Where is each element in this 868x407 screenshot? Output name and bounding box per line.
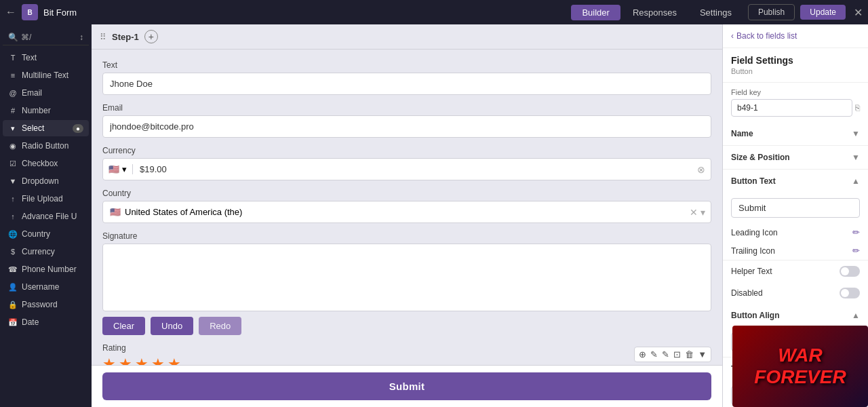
sidebar-item-email[interactable]: @ Email	[3, 85, 89, 101]
star-2[interactable]: ★	[119, 355, 132, 365]
name-section-header[interactable]: Name ▼	[723, 122, 868, 145]
submit-button[interactable]: Submit	[102, 372, 711, 400]
signature-clear-button[interactable]: Clear	[102, 317, 145, 335]
signature-undo-button[interactable]: Undo	[151, 317, 193, 335]
email-field-label: Email	[102, 103, 711, 113]
button-text-header[interactable]: Button Text ▲	[723, 170, 868, 193]
currency-amount-input[interactable]	[133, 159, 692, 180]
text-field-label: Text	[102, 60, 711, 70]
signature-field-group: Signature Clear Undo Redo	[102, 231, 711, 335]
trailing-icon-edit-button[interactable]: ✏	[852, 246, 860, 256]
close-icon[interactable]: ✕	[854, 6, 863, 19]
signature-redo-button[interactable]: Redo	[199, 317, 241, 335]
field-key-label: Field key	[731, 88, 860, 96]
update-button[interactable]: Update	[800, 5, 846, 20]
text-field-input[interactable]	[102, 73, 711, 95]
leading-icon-edit-button[interactable]: ✏	[852, 227, 860, 237]
sidebar-item-checkbox[interactable]: ☑ Checkbox	[3, 155, 89, 172]
sidebar-item-text[interactable]: T Text	[3, 50, 89, 66]
sidebar-item-radio[interactable]: ◉ Radio Button	[3, 138, 89, 154]
toolbar-edit-icon-1[interactable]: ✎	[650, 349, 658, 360]
star-3[interactable]: ★	[135, 355, 149, 365]
sidebar-item-label: Number	[22, 106, 51, 115]
leading-icon-row: Leading Icon ✏	[723, 223, 868, 241]
sidebar-item-select[interactable]: ▾ Select ●	[3, 120, 89, 136]
button-text-chevron-icon: ▲	[852, 176, 860, 186]
button-align-header[interactable]: Button Align ▲	[723, 304, 868, 327]
toolbar-delete-icon[interactable]: 🗑	[685, 349, 694, 360]
country-flag-emoji: 🇺🇸	[110, 207, 121, 217]
sidebar-item-file-upload[interactable]: ↑ File Upload	[3, 191, 89, 207]
sidebar-item-label: Username	[22, 282, 59, 292]
select-icon: ▾	[8, 123, 18, 133]
tab-responses[interactable]: Responses	[622, 5, 688, 20]
panel-title: Field Settings	[723, 48, 868, 67]
back-button[interactable]: ←	[5, 6, 16, 18]
ad-overlay: WAR FOREVER	[732, 326, 868, 407]
sidebar-item-phone[interactable]: ☎ Phone Number	[3, 261, 89, 277]
field-key-input-wrap: ⎘	[731, 99, 860, 117]
dropdown-icon: ▼	[8, 176, 18, 186]
file-upload-icon: ↑	[8, 194, 18, 204]
form-canvas: Text Email Currency 🇺🇸 ▾ ⊗	[92, 50, 722, 365]
sidebar-item-label: Password	[22, 300, 58, 309]
add-step-button[interactable]: +	[144, 30, 158, 43]
submit-toolbar: ⊕ ✎ ✎ ⊡ 🗑 ▼	[634, 347, 711, 362]
disabled-toggle[interactable]	[840, 288, 860, 298]
toolbar-add-icon[interactable]: ⊕	[639, 349, 646, 360]
field-key-copy-icon[interactable]: ⎘	[855, 103, 860, 113]
helper-text-toggle[interactable]	[840, 266, 860, 277]
size-position-header[interactable]: Size & Position ▼	[723, 146, 868, 169]
number-icon: #	[8, 106, 18, 115]
currency-field-label: Currency	[102, 146, 711, 155]
sidebar-item-label: Checkbox	[22, 159, 58, 168]
ad-subtitle: FOREVER	[754, 366, 846, 388]
country-chevron-icon[interactable]: ▾	[701, 207, 705, 218]
currency-clear-icon[interactable]: ⊗	[692, 164, 711, 175]
search-icon: 🔍	[8, 33, 18, 42]
publish-button[interactable]: Publish	[748, 4, 795, 20]
sidebar-item-dropdown[interactable]: ▼ Dropdown	[3, 173, 89, 189]
sidebar-item-advance-file[interactable]: ↑ Advance File U	[3, 208, 89, 225]
disabled-label: Disabled	[731, 288, 763, 298]
checkbox-icon: ☑	[8, 159, 18, 168]
currency-flag-button[interactable]: 🇺🇸 ▾	[103, 164, 133, 174]
star-1[interactable]: ★	[102, 355, 116, 365]
field-key-input[interactable]	[731, 99, 852, 117]
sidebar-item-multiline[interactable]: ≡ Multiline Text	[3, 67, 89, 83]
sidebar-item-password[interactable]: 🔒 Password	[3, 296, 89, 313]
trailing-icon-label: Trailing Icon	[731, 246, 775, 256]
multiline-icon: ≡	[8, 71, 18, 80]
country-field-group: Country 🇺🇸 United States of America (the…	[102, 189, 711, 223]
signature-canvas[interactable]	[102, 244, 711, 311]
email-field-input[interactable]	[102, 115, 711, 138]
drag-handle-icon[interactable]: ⠿	[100, 32, 106, 42]
sidebar-item-date[interactable]: 📅 Date	[3, 314, 89, 330]
button-text-section: Button Text ▲ Leading Icon ✏ Trailing Ic…	[723, 170, 868, 260]
star-5[interactable]: ★	[167, 355, 181, 365]
search-shortcut: ⌘/	[21, 33, 31, 42]
tab-builder[interactable]: Builder	[571, 5, 620, 20]
panel-back-link[interactable]: ‹ Back to fields list	[723, 24, 868, 48]
size-position-title: Size & Position	[731, 153, 790, 162]
sidebar-item-label: Advance File U	[22, 212, 77, 221]
app-logo: B	[22, 4, 38, 20]
country-clear-icon[interactable]: ✕	[690, 207, 698, 218]
phone-icon: ☎	[8, 265, 18, 274]
leading-icon-label: Leading Icon	[731, 228, 778, 237]
sidebar-search-area: 🔍 ⌘/ ↕	[3, 30, 89, 45]
toolbar-copy-icon[interactable]: ⊡	[673, 349, 681, 360]
sidebar-item-username[interactable]: 👤 Username	[3, 279, 89, 295]
toolbar-more-icon[interactable]: ▼	[698, 349, 707, 360]
top-bar: ← B Bit Form Builder Responses Settings …	[0, 0, 868, 24]
sidebar-item-number[interactable]: # Number	[3, 102, 89, 119]
sort-icon[interactable]: ↕	[79, 33, 83, 42]
button-text-input[interactable]	[731, 198, 860, 218]
helper-text-label: Helper Text	[731, 267, 772, 276]
toolbar-edit-icon-2[interactable]: ✎	[662, 349, 669, 360]
tab-settings[interactable]: Settings	[689, 5, 743, 20]
star-4[interactable]: ★	[151, 355, 165, 365]
sidebar-item-currency[interactable]: $ Currency	[3, 244, 89, 260]
sidebar-item-label: Currency	[22, 247, 55, 256]
sidebar-item-country[interactable]: 🌐 Country	[3, 226, 89, 242]
